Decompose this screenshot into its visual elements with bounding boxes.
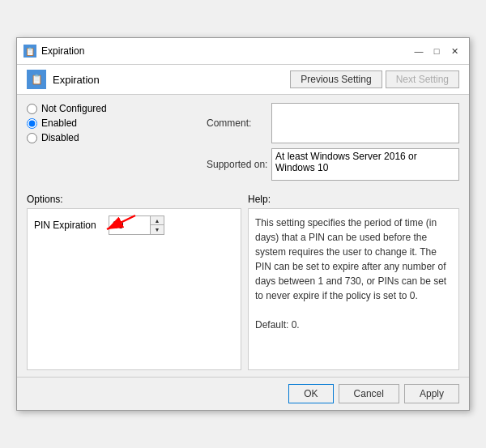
main-body: PIN Expiration ▲ ▼: [17, 208, 469, 377]
apply-button[interactable]: Apply: [404, 384, 459, 403]
close-button[interactable]: ✕: [446, 43, 463, 59]
minimize-button[interactable]: —: [411, 43, 427, 59]
radio-group: Not Configured Enabled Disabled: [27, 103, 197, 143]
footer: OK Cancel Apply: [17, 377, 469, 410]
radio-enabled-input[interactable]: [27, 118, 37, 129]
radio-not-configured[interactable]: Not Configured: [27, 103, 197, 114]
nav-buttons: Previous Setting Next Setting: [290, 70, 459, 88]
maximize-button[interactable]: □: [428, 43, 445, 59]
window-icon: 📋: [23, 45, 36, 58]
title-bar: 📋 Expiration — □ ✕: [17, 38, 469, 65]
comment-row: Comment:: [207, 103, 459, 143]
radio-not-configured-label: Not Configured: [41, 103, 107, 114]
radio-disabled-input[interactable]: [27, 133, 37, 143]
radio-not-configured-input[interactable]: [27, 104, 37, 114]
help-text: This setting specifies the period of tim…: [255, 215, 452, 332]
left-panel: Not Configured Enabled Disabled: [27, 103, 197, 186]
previous-setting-button[interactable]: Previous Setting: [290, 70, 382, 88]
right-panel: Comment: Supported on:: [197, 103, 459, 186]
header-section: 📋 Expiration Previous Setting Next Setti…: [17, 65, 469, 95]
next-setting-button[interactable]: Next Setting: [386, 70, 459, 88]
radio-enabled-label: Enabled: [41, 117, 77, 129]
spin-up-button[interactable]: ▲: [151, 216, 164, 225]
options-label: Options:: [27, 194, 63, 205]
radio-disabled[interactable]: Disabled: [27, 132, 197, 143]
comment-label: Comment:: [207, 117, 271, 129]
arrow-annotation: [83, 211, 139, 244]
window-title: Expiration: [41, 45, 84, 57]
supported-label: Supported on:: [207, 159, 271, 170]
pin-row: PIN Expiration ▲ ▼: [34, 215, 234, 235]
header-title-text: Expiration: [53, 74, 100, 86]
content-area: Not Configured Enabled Disabled Comment:…: [17, 95, 469, 194]
spinner-buttons: ▲ ▼: [150, 216, 164, 234]
header-icon: 📋: [27, 70, 46, 89]
expiration-dialog: 📋 Expiration — □ ✕ 📋 Expiration Previous…: [16, 37, 470, 411]
supported-textarea: [271, 148, 459, 181]
help-label: Help:: [248, 194, 271, 205]
header-title: 📋 Expiration: [27, 70, 100, 89]
title-controls: — □ ✕: [411, 43, 463, 59]
comment-textarea[interactable]: [271, 103, 459, 143]
help-section-label: Help:: [241, 194, 459, 205]
supported-row: Supported on:: [207, 148, 459, 181]
spin-down-button[interactable]: ▼: [151, 225, 164, 234]
title-bar-left: 📋 Expiration: [23, 45, 84, 58]
ok-button[interactable]: OK: [288, 384, 333, 403]
radio-enabled[interactable]: Enabled: [27, 117, 197, 129]
options-section-label: Options:: [27, 194, 241, 205]
svg-line-1: [107, 215, 135, 229]
options-panel: PIN Expiration ▲ ▼: [27, 208, 241, 370]
help-panel: This setting specifies the period of tim…: [248, 208, 459, 370]
section-labels: Options: Help:: [17, 194, 469, 208]
radio-disabled-label: Disabled: [41, 132, 79, 143]
cancel-button[interactable]: Cancel: [339, 384, 399, 403]
